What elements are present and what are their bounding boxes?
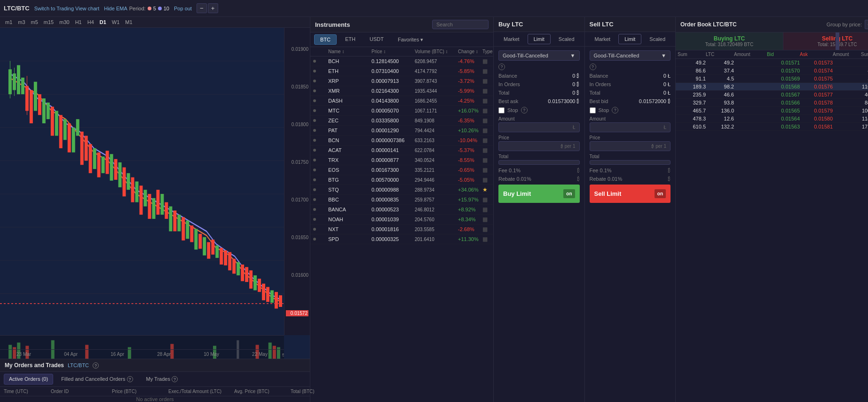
sell-order-type-info[interactable]: ? <box>590 64 596 70</box>
sell-order-type-select[interactable]: Good-Till-Cancelled ▼ <box>590 50 671 61</box>
sell-stop-info[interactable]: ? <box>612 107 618 113</box>
ob-scrollbar[interactable] <box>836 32 839 50</box>
ob-section-headers: Buying LTC Total: 318.720489 BTC Selling… <box>676 32 868 50</box>
inst-vol: 849.1908 <box>415 118 457 123</box>
list-item[interactable]: BCN 0.0000007386 633.2163 -10.04% ▦ <box>310 136 493 145</box>
list-item[interactable]: DASH 0.04143800 1686.2455 -4.25% ▦ <box>310 96 493 106</box>
list-item[interactable]: XMR 0.02164300 1935.4344 -5.99% ▦ <box>310 86 493 96</box>
buy-tab-market[interactable]: Market <box>497 34 526 44</box>
pop-out-btn[interactable]: Pop out <box>174 6 192 11</box>
tf-m5[interactable]: m5 <box>30 19 39 25</box>
col-order-id: Order ID <box>51 389 112 394</box>
col-volume-hdr: Volume (BTC) ↕ <box>415 49 457 54</box>
filled-info-icon[interactable]: ? <box>127 376 133 382</box>
tf-h4[interactable]: H4 <box>86 19 95 25</box>
inst-name: BCH <box>328 58 371 64</box>
ob-ltc-buy: 4.5 <box>706 76 734 81</box>
ob-ltc-buy: 132.2 <box>706 124 734 129</box>
inst-tab-usdt[interactable]: USDT <box>364 34 389 45</box>
ob-sum-sell: 100.4 440.5 <box>861 108 868 113</box>
list-item[interactable]: STQ 0.00000988 288.9734 +34.06% ★ <box>310 185 493 195</box>
tf-m3[interactable]: m3 <box>16 19 26 25</box>
buy-amount-input[interactable]: Ł <box>498 122 580 132</box>
list-item[interactable]: EOS 0.00167300 335.2121 -0.65% ▦ <box>310 165 493 175</box>
buy-stop-info[interactable]: ? <box>521 107 528 113</box>
svg-rect-70 <box>258 279 261 292</box>
sell-tab-market[interactable]: Market <box>589 34 617 44</box>
sell-amount-input[interactable]: Ł <box>590 122 671 132</box>
tab-filled-cancelled[interactable]: Filled and Cancelled Orders ? <box>56 374 138 385</box>
sell-limit-btn[interactable]: Sell Limit on <box>590 185 671 203</box>
buy-order-type-info[interactable]: ? <box>498 64 505 70</box>
group-minus-btn[interactable]: − <box>865 20 868 29</box>
list-item[interactable]: ACAT 0.00000141 622.0784 -5.37% ▦ <box>310 145 493 155</box>
svg-rect-16 <box>30 90 33 123</box>
list-item[interactable]: BBC 0.00000835 259.8757 +15.97% ▦ <box>310 195 493 205</box>
inst-price: 0.00570000 <box>371 177 414 183</box>
sell-price-input[interactable]: ₿ per 1 <box>590 141 671 151</box>
sell-stop-checkbox[interactable] <box>590 107 596 113</box>
switch-trading-view-btn[interactable]: Switch to Trading View chart <box>34 6 100 11</box>
inst-dot <box>313 169 316 171</box>
list-item[interactable]: BTG 0.00570000 294.9446 -5.05% ▦ <box>310 175 493 185</box>
buy-stop-checkbox[interactable] <box>498 107 505 113</box>
buy-order-type-select[interactable]: Good-Till-Cancelled ▼ <box>498 50 580 61</box>
list-item[interactable]: MTC 0.00005070 1067.1171 +16.07% ▦ <box>310 106 493 116</box>
list-item[interactable]: NOAH 0.00001039 204.5760 +8.34% ▦ <box>310 215 493 225</box>
inst-tab-btc[interactable]: BTC <box>314 34 337 45</box>
sell-tab-scaled[interactable]: Scaled <box>643 34 671 44</box>
buy-limit-btn[interactable]: Buy Limit on <box>498 185 580 203</box>
ob-amount-sell <box>833 76 861 81</box>
tf-m1-monthly[interactable]: M1 <box>124 19 134 25</box>
sell-total-input[interactable] <box>590 160 671 165</box>
tf-d1[interactable]: D1 <box>98 19 108 25</box>
tf-m1[interactable]: m1 <box>4 19 14 25</box>
ob-amount-buy <box>734 92 767 97</box>
col-price-btc: Price (BTC) <box>112 389 168 394</box>
buy-tab-limit[interactable]: Limit <box>528 34 551 44</box>
ob-bid: 0.01568 <box>767 84 800 89</box>
buy-tab-scaled[interactable]: Scaled <box>552 34 581 44</box>
inst-vol: 335.2121 <box>415 168 457 173</box>
chart-minus-btn[interactable]: − <box>197 3 207 13</box>
ob-amount-sell <box>833 92 861 97</box>
svg-rect-74 <box>275 292 278 308</box>
sell-tab-limit[interactable]: Limit <box>618 34 641 44</box>
tab-active-orders[interactable]: Active Orders (0) <box>4 374 53 385</box>
tf-m30[interactable]: m30 <box>58 19 71 25</box>
svg-rect-45 <box>152 198 155 219</box>
list-item[interactable]: BCH 0.12814500 6208.9457 -4.76% ▦ <box>310 56 493 66</box>
sell-fee-row: Fee 0.1% ₿ <box>590 168 671 173</box>
trades-info-icon[interactable]: ? <box>172 376 178 382</box>
list-item[interactable]: XRP 0.00007913 3907.8743 -3.72% ▦ <box>310 76 493 86</box>
inst-change: -5.05% <box>458 177 481 183</box>
svg-rect-20 <box>47 103 50 119</box>
inst-tab-favorites[interactable]: Favorites ▾ <box>392 34 429 45</box>
list-item[interactable]: BANCA 0.00000523 246.8012 +8.92% ▦ <box>310 205 493 215</box>
pair-link[interactable]: LTC/BTC <box>68 362 89 368</box>
svg-rect-39 <box>127 173 130 190</box>
list-item[interactable]: NXT 0.00001816 203.5585 -2.68% ▦ <box>310 225 493 234</box>
ob-ask: 0.01573 <box>800 60 833 65</box>
buy-total-input[interactable] <box>498 160 580 165</box>
orders-info-icon[interactable]: ? <box>93 362 99 369</box>
table-row: 329.7 93.8 0.01566 0.01578 84.0 340.1 <box>676 99 868 107</box>
sell-in-orders-row: In Orders 0 Ł <box>590 81 671 87</box>
tf-w1[interactable]: W1 <box>110 19 121 25</box>
tf-m15[interactable]: m15 <box>42 19 55 25</box>
svg-rect-40 <box>131 177 134 202</box>
hide-ema-btn[interactable]: Hide EMA <box>104 6 127 11</box>
buy-price-input[interactable]: ₿ per 1 <box>498 141 580 151</box>
chart-plus-btn[interactable]: + <box>208 3 218 13</box>
list-item[interactable]: TRX 0.00000877 340.0524 -8.55% ▦ <box>310 155 493 165</box>
tab-my-trades[interactable]: My Trades ? <box>141 374 183 385</box>
instruments-search[interactable] <box>432 20 489 29</box>
svg-rect-26 <box>72 128 75 153</box>
list-item[interactable]: SPD 0.00000325 201.6410 +11.30% ▦ <box>310 234 493 244</box>
inst-tab-eth[interactable]: ETH <box>339 34 361 45</box>
list-item[interactable]: ETH 0.07310400 4174.7792 -5.85% ▦ <box>310 66 493 76</box>
ob-amount-buy <box>734 68 767 73</box>
list-item[interactable]: ZEC 0.03335800 849.1908 -6.35% ▦ <box>310 116 493 126</box>
tf-h1[interactable]: H1 <box>74 19 83 25</box>
list-item[interactable]: PAT 0.00001290 794.4424 +10.26% ▦ <box>310 126 493 136</box>
